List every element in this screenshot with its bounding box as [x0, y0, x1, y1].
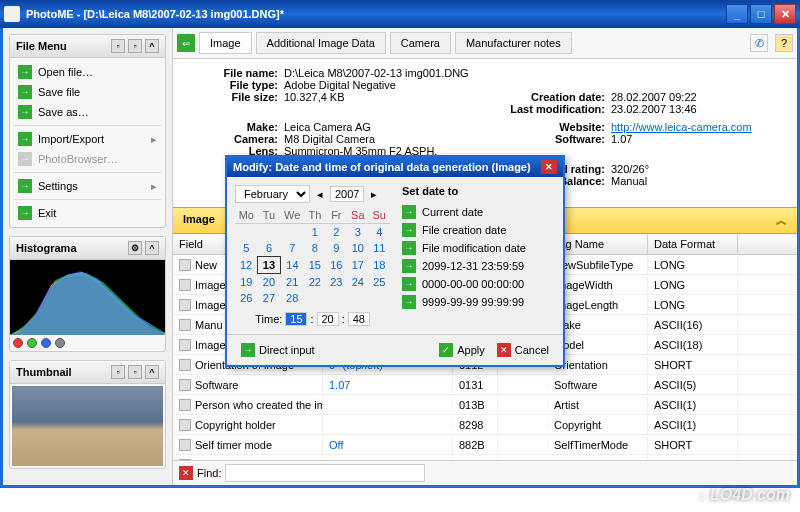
panel-tool-icon[interactable]: ▫ [111, 39, 125, 53]
phone-icon[interactable]: ✆ [750, 34, 768, 52]
calendar-day[interactable]: 18 [369, 257, 390, 274]
help-icon[interactable]: ? [775, 34, 793, 52]
direct-input-button[interactable]: →Direct input [235, 341, 321, 359]
arrow-icon: → [402, 205, 416, 219]
row-icon [179, 339, 191, 351]
calendar-day[interactable]: 25 [369, 274, 390, 291]
calendar-day[interactable]: 26 [235, 290, 258, 306]
prev-year-icon[interactable]: ◂ [314, 188, 326, 201]
calendar-day[interactable]: 4 [369, 224, 390, 241]
calendar-day[interactable] [326, 290, 347, 306]
minimize-button[interactable]: _ [726, 4, 748, 24]
time-min-input[interactable] [317, 312, 339, 326]
calendar-day[interactable]: 15 [304, 257, 325, 274]
cancel-button[interactable]: ✕Cancel [491, 341, 555, 359]
calendar-day[interactable]: 16 [326, 257, 347, 274]
arrow-icon: → [18, 132, 32, 146]
menu-exit[interactable]: →Exit [14, 203, 161, 223]
setdate-item[interactable]: →9999-99-99 99:99:99 [402, 293, 555, 311]
calendar-day[interactable]: 14 [280, 257, 304, 274]
gear-icon[interactable]: ⚙ [128, 241, 142, 255]
histogram-green-dot[interactable] [27, 338, 37, 348]
calendar-day[interactable]: 19 [235, 274, 258, 291]
panel-collapse-icon[interactable]: ^ [145, 365, 159, 379]
calendar-day[interactable]: 7 [280, 240, 304, 257]
panel-tool-icon[interactable]: ▫ [128, 39, 142, 53]
calendar-day[interactable]: 6 [258, 240, 281, 257]
modify-date-dialog: Modify: Date and time of original data g… [225, 155, 565, 367]
panel-tool-icon[interactable]: ▫ [111, 365, 125, 379]
calendar-day[interactable]: 9 [326, 240, 347, 257]
arrow-icon: → [18, 206, 32, 220]
calendar-day[interactable]: 12 [235, 257, 258, 274]
histogram-blue-dot[interactable] [41, 338, 51, 348]
calendar-day[interactable] [347, 290, 368, 306]
thumbnail-image [12, 386, 163, 466]
calendar-day[interactable]: 24 [347, 274, 368, 291]
find-close-icon[interactable]: ✕ [179, 466, 193, 480]
calendar-day[interactable]: 22 [304, 274, 325, 291]
panel-collapse-icon[interactable]: ^ [145, 241, 159, 255]
tab-manufacturer[interactable]: Manufacturer notes [455, 32, 572, 54]
histogram-red-dot[interactable] [13, 338, 23, 348]
thumbnail-panel: Thumbnail ▫▫^ [9, 360, 166, 469]
calendar-day[interactable]: 20 [258, 274, 281, 291]
row-icon [179, 279, 191, 291]
calendar-day[interactable] [235, 224, 258, 241]
histogram-panel: Histograma ⚙^ [9, 236, 166, 352]
calendar-day[interactable]: 17 [347, 257, 368, 274]
menu-open-file[interactable]: →Open file… [14, 62, 161, 82]
setdate-item[interactable]: →2099-12-31 23:59:59 [402, 257, 555, 275]
calendar-day[interactable]: 21 [280, 274, 304, 291]
setdate-item[interactable]: →Current date [402, 203, 555, 221]
menu-save-as[interactable]: →Save as… [14, 102, 161, 122]
calendar-day[interactable] [258, 224, 281, 241]
panel-collapse-icon[interactable]: ^ [145, 39, 159, 53]
calendar-day[interactable]: 2 [326, 224, 347, 241]
table-row[interactable]: Self timer modeOff882BSelfTimerModeSHORT [173, 435, 797, 455]
menu-settings[interactable]: →Settings▸ [14, 176, 161, 196]
menu-save-file[interactable]: →Save file [14, 82, 161, 102]
maximize-button[interactable]: □ [750, 4, 772, 24]
find-input[interactable] [225, 464, 425, 482]
row-icon [179, 379, 191, 391]
nav-back-icon[interactable]: ⇐ [177, 34, 195, 52]
menu-import-export[interactable]: →Import/Export▸ [14, 129, 161, 149]
table-row[interactable]: Person who created the image013BArtistAS… [173, 395, 797, 415]
setdate-item[interactable]: →File modification date [402, 239, 555, 257]
website-link[interactable]: http://www.leica-camera.com [611, 121, 752, 133]
calendar-day[interactable]: 10 [347, 240, 368, 257]
calendar-day[interactable] [369, 290, 390, 306]
row-icon [179, 439, 191, 451]
tab-camera[interactable]: Camera [390, 32, 451, 54]
next-year-icon[interactable]: ▸ [368, 188, 380, 201]
row-icon [179, 259, 191, 271]
file-menu-panel: File Menu ▫ ▫ ^ →Open file… →Save file →… [9, 34, 166, 228]
calendar-day[interactable]: 3 [347, 224, 368, 241]
calendar-day[interactable] [304, 290, 325, 306]
calendar-day[interactable]: 23 [326, 274, 347, 291]
dialog-close-icon[interactable]: ✕ [541, 160, 557, 174]
calendar-day[interactable]: 5 [235, 240, 258, 257]
tab-image[interactable]: Image [199, 32, 252, 54]
histogram-gray-dot[interactable] [55, 338, 65, 348]
setdate-item[interactable]: →File creation date [402, 221, 555, 239]
month-select[interactable]: February [235, 185, 310, 203]
calendar-day[interactable]: 1 [304, 224, 325, 241]
row-icon [179, 319, 191, 331]
calendar-day[interactable]: 13 [258, 257, 281, 274]
time-sec-input[interactable] [348, 312, 370, 326]
tab-additional[interactable]: Additional Image Data [256, 32, 386, 54]
calendar-day[interactable]: 28 [280, 290, 304, 306]
calendar-day[interactable]: 27 [258, 290, 281, 306]
close-button[interactable]: ✕ [774, 4, 796, 24]
table-row[interactable]: Copyright holder8298CopyrightASCII(1) [173, 415, 797, 435]
setdate-item[interactable]: →0000-00-00 00:00:00 [402, 275, 555, 293]
calendar-day[interactable]: 11 [369, 240, 390, 257]
panel-tool-icon[interactable]: ▫ [128, 365, 142, 379]
time-hour-input[interactable] [285, 312, 307, 326]
apply-button[interactable]: ✓Apply [433, 341, 491, 359]
table-row[interactable]: Software1.070131SoftwareASCII(5) [173, 375, 797, 395]
calendar-day[interactable]: 8 [304, 240, 325, 257]
calendar-day[interactable] [280, 224, 304, 241]
